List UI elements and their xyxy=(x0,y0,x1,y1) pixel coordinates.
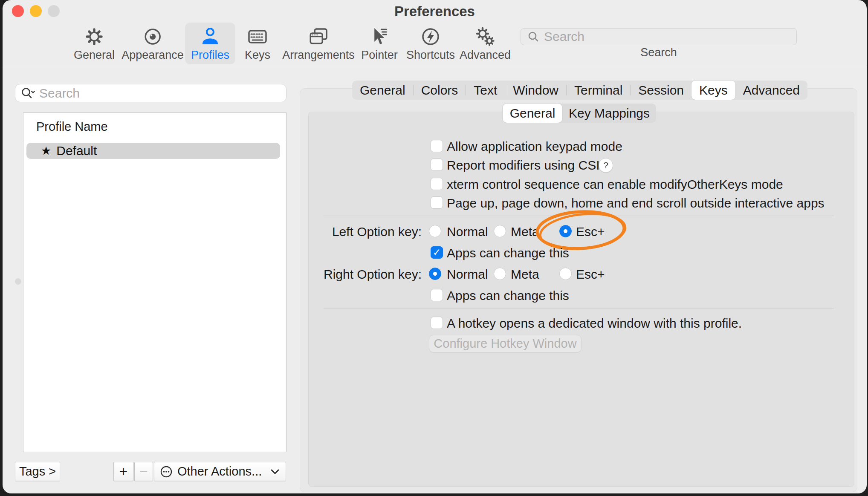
tab-colors[interactable]: Colors xyxy=(414,81,466,100)
radio-left-meta[interactable] xyxy=(494,225,506,237)
radio-right-normal[interactable] xyxy=(429,268,441,280)
gear-icon xyxy=(83,26,105,48)
checkbox-label: Page up, page down, home and end scroll … xyxy=(447,196,825,211)
toolbar-label: Advanced xyxy=(460,49,511,62)
keys-subtabs: General Key Mappings xyxy=(503,104,656,123)
toolbar-item-arrangements[interactable]: Arrangements xyxy=(276,23,361,64)
profile-search-input[interactable]: Search xyxy=(15,84,286,102)
toolbar-item-shortcuts[interactable]: Shortcuts xyxy=(400,23,461,64)
section-divider xyxy=(324,308,834,309)
search-placeholder: Search xyxy=(544,29,584,44)
pane-resize-handle[interactable] xyxy=(15,278,21,285)
checkbox-label: A hotkey opens a dedicated window with t… xyxy=(447,316,742,331)
toolbar-item-keys[interactable]: Keys xyxy=(239,23,276,64)
tab-session[interactable]: Session xyxy=(631,81,692,100)
windows-icon xyxy=(307,26,330,48)
toolbar-item-general[interactable]: General xyxy=(68,23,121,64)
toolbar-label: Appearance xyxy=(122,49,184,62)
checkbox-modify-other-keys[interactable] xyxy=(431,178,443,190)
person-icon xyxy=(199,26,221,48)
checkbox-left-apps-can-change[interactable]: ✓ xyxy=(431,246,443,259)
checkbox-scroll-outside-apps[interactable] xyxy=(431,196,443,209)
ellipsis-circle-icon xyxy=(159,465,173,479)
checkbox-csi-u[interactable] xyxy=(431,159,443,171)
radio-label: Normal xyxy=(447,267,488,282)
toolbar-item-appearance[interactable]: Appearance xyxy=(116,23,190,64)
profile-name: Default xyxy=(56,144,97,158)
keyboard-icon xyxy=(246,26,269,48)
bolt-circle-icon xyxy=(420,26,442,48)
checkbox-label: Report modifiers using CSI u xyxy=(447,158,610,173)
checkbox-keypad-mode[interactable] xyxy=(431,140,443,152)
checkbox-label: xterm control sequence can enable modify… xyxy=(447,177,783,192)
configure-hotkey-window-button[interactable]: Configure Hotkey Window xyxy=(429,335,582,352)
add-profile-button[interactable]: + xyxy=(113,462,133,481)
left-option-key-label: Left Option key: xyxy=(324,225,422,239)
subtab-general[interactable]: General xyxy=(503,104,562,123)
star-icon: ★ xyxy=(41,144,51,158)
toolbar-label: Profiles xyxy=(191,49,229,62)
toolbar-label: Pointer xyxy=(361,49,398,62)
tab-window[interactable]: Window xyxy=(505,81,566,100)
checkbox-label: Apps can change this xyxy=(447,288,569,303)
other-actions-label: Other Actions... xyxy=(177,464,262,479)
toolbar-item-advanced[interactable]: Advanced xyxy=(454,23,517,64)
tab-general[interactable]: General xyxy=(352,81,413,100)
gears-icon xyxy=(474,26,496,48)
preferences-window: Preferences General Appearance Profiles xyxy=(3,0,867,493)
search-icon xyxy=(527,30,540,43)
search-filter-icon xyxy=(20,87,35,100)
toolbar-divider xyxy=(3,65,867,65)
chevron-down-icon xyxy=(270,469,280,475)
profile-tabbar: General Colors Text Window Terminal Sess… xyxy=(352,81,807,100)
toolbar-label: Shortcuts xyxy=(406,49,455,62)
radio-right-meta[interactable] xyxy=(494,268,506,280)
search-placeholder: Search xyxy=(39,86,80,101)
radio-label: Esc+ xyxy=(576,267,605,282)
radio-right-esc[interactable] xyxy=(559,268,572,280)
checkbox-label: Apps can change this xyxy=(447,246,569,260)
eye-icon xyxy=(142,26,164,48)
tags-button[interactable]: Tags > xyxy=(15,462,60,481)
profile-list: Profile Name ★ Default xyxy=(23,112,286,452)
profile-row-default[interactable]: ★ Default xyxy=(26,143,280,159)
checkbox-right-apps-can-change[interactable] xyxy=(431,289,443,301)
right-option-key-label: Right Option key: xyxy=(324,267,422,282)
radio-label: Meta xyxy=(511,267,539,282)
checkbox-hotkey-window[interactable] xyxy=(431,317,443,329)
tab-text[interactable]: Text xyxy=(466,81,505,100)
profile-list-header: Profile Name xyxy=(23,113,286,140)
remove-profile-button[interactable]: − xyxy=(134,462,153,481)
toolbar-search-label: Search xyxy=(521,46,797,59)
tab-advanced[interactable]: Advanced xyxy=(735,81,807,100)
help-button[interactable]: ? xyxy=(599,158,613,173)
radio-label: Normal xyxy=(447,225,488,239)
tab-keys[interactable]: Keys xyxy=(692,81,735,100)
window-title: Preferences xyxy=(3,3,867,20)
tab-terminal[interactable]: Terminal xyxy=(567,81,630,100)
toolbar-item-pointer[interactable]: Pointer xyxy=(355,23,404,64)
toolbar-label: Arrangements xyxy=(282,49,355,62)
subtab-key-mappings[interactable]: Key Mappings xyxy=(562,104,656,123)
screen: Preferences General Appearance Profiles xyxy=(0,0,868,496)
other-actions-dropdown[interactable]: Other Actions... xyxy=(154,462,286,481)
toolbar-label: General xyxy=(74,49,115,62)
toolbar-item-profiles[interactable]: Profiles xyxy=(185,23,235,64)
checkbox-label: Allow application keypad mode xyxy=(447,139,622,154)
radio-left-normal[interactable] xyxy=(429,225,441,237)
cursor-icon xyxy=(368,26,391,48)
toolbar-label: Keys xyxy=(245,49,270,62)
toolbar-search-input[interactable]: Search xyxy=(521,28,797,45)
